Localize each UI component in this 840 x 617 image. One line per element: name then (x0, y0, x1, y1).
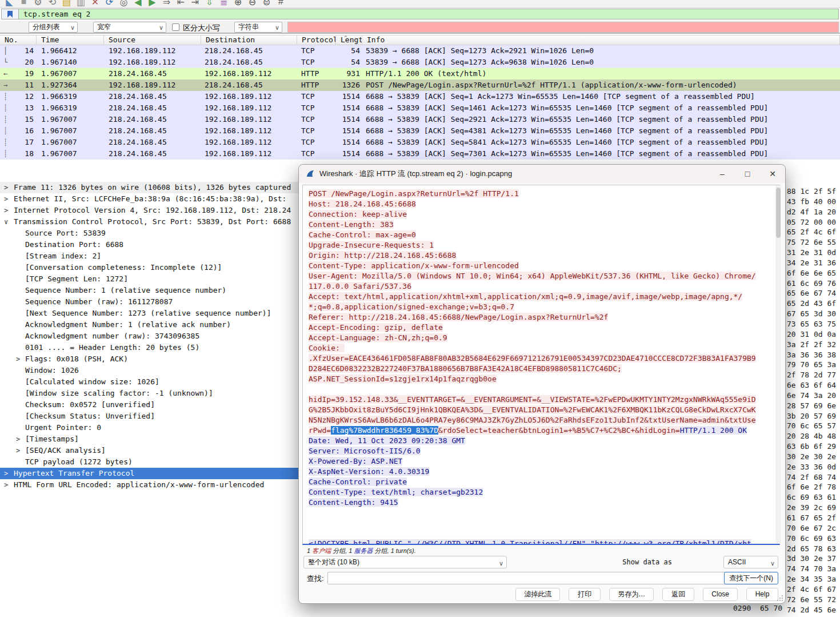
find-type-select[interactable]: 字符串 ∨ (234, 22, 282, 33)
detail-text: 0101 .... = Header Length: 20 bytes (5) (25, 343, 199, 352)
maximize-button[interactable]: □ (735, 165, 760, 182)
cell-src: 192.168.189.112 (104, 57, 201, 68)
hex-line: 28 57 69 6e (787, 401, 840, 411)
expander-closed-icon[interactable]: > (4, 479, 8, 491)
detail-text: Urgent Pointer: 0 (25, 423, 101, 432)
resize-grip[interactable] (777, 595, 783, 601)
cell-len: 1326 (336, 79, 362, 91)
close-icon[interactable]: ✕ (760, 165, 785, 182)
column-header-destination[interactable]: Destination (201, 35, 297, 45)
stop-capture-icon[interactable]: ■ (17, 0, 31, 7)
first-packet-icon[interactable]: ⇤ (174, 0, 188, 7)
packet-row-18[interactable]: 181.967007218.24.168.45192.168.189.112TC… (0, 148, 840, 160)
request-text: Connection: keep-alive (309, 210, 407, 218)
conversation-select[interactable]: 整个对话 (10 kB) ∨ (303, 556, 507, 568)
hex-line: 2e 39 2c 69 (787, 503, 840, 513)
restart-capture-icon[interactable]: ⟲ (45, 0, 59, 7)
hex-line: 05 72 00 00 (787, 217, 840, 228)
expander-closed-icon[interactable]: > (16, 433, 20, 445)
capture-options-icon[interactable]: ⚙ (31, 0, 45, 7)
reload-icon[interactable]: ⟳ (102, 0, 117, 7)
find-scope-select[interactable]: 分组列表 ∨ (29, 22, 78, 33)
cell-dst: 192.168.189.112 (201, 114, 297, 125)
go-to-packet-icon[interactable]: ⇒ (159, 0, 174, 7)
find-next-button[interactable]: 查找下一个(N) (724, 572, 778, 584)
last-packet-icon[interactable]: ⇥ (188, 0, 202, 7)
case-sensitive-checkbox[interactable] (172, 23, 179, 31)
display-filter-input[interactable]: tcp.stream eq 2 (19, 9, 838, 19)
stream-line (309, 528, 779, 539)
autoscroll-icon[interactable]: ⇩ (202, 0, 217, 7)
minimize-button[interactable]: – (710, 165, 735, 182)
save-as-button[interactable]: 另存为… (609, 588, 654, 601)
packet-row-12[interactable]: 121.966319218.24.168.45192.168.189.112TC… (0, 91, 840, 102)
packet-row-17[interactable]: 171.967007218.24.168.45192.168.189.112TC… (0, 137, 840, 148)
request-text: &rdoSelect=teacher&btnLogin1=+%B5%C7+%C2… (438, 426, 680, 435)
stream-line: Content-Length: 383 (309, 220, 779, 230)
column-header-source[interactable]: Source (104, 35, 201, 45)
dialog-find-label: 查找: (307, 574, 324, 584)
close-capture-icon[interactable]: ✕ (88, 0, 102, 7)
show-data-as-select[interactable]: ASCII ∨ (723, 556, 778, 568)
packet-row-13[interactable]: 131.966319218.24.168.45192.168.189.112TC… (0, 102, 840, 114)
go-back-icon[interactable]: ◀ (131, 0, 145, 7)
cell-info: 53839 → 6688 [ACK] Seq=1273 Ack=2921 Win… (362, 45, 840, 57)
resize-columns-icon[interactable]: # (274, 0, 288, 7)
close-button[interactable]: Close (703, 588, 738, 601)
find-width-select[interactable]: 宽窄 ∨ (93, 22, 166, 33)
zoom-in-icon[interactable]: ⊕ (231, 0, 245, 7)
expander-closed-icon[interactable]: > (4, 182, 8, 193)
help-button[interactable]: Help (746, 588, 778, 601)
find-input[interactable] (287, 22, 839, 33)
conversation-row: 整个对话 (10 kB) ∨ Show data as ASCII ∨ (303, 556, 778, 568)
packet-row-11[interactable]: 111.927364192.168.189.112218.24.168.45HT… (0, 79, 840, 91)
column-header-length[interactable]: ^Length (336, 35, 362, 45)
expander-open-icon[interactable]: ∨ (4, 216, 8, 228)
cell-pro: TCP (297, 91, 336, 102)
cell-info: 6688 → 53839 [ACK] Seq=7301 Ack=1273 Win… (362, 148, 840, 160)
packet-row-14[interactable]: 141.966412192.168.189.112218.24.168.45TC… (0, 45, 840, 57)
expander-closed-icon[interactable]: > (16, 353, 20, 365)
save-file-icon[interactable]: ▥ (74, 0, 88, 7)
filter-bookmark-button[interactable] (2, 9, 19, 19)
wireshark-fin-icon[interactable]: ◣ (2, 0, 17, 7)
filter-out-stream-button[interactable]: 滤掉此流 (515, 588, 560, 601)
expander-closed-icon[interactable]: > (4, 205, 8, 216)
packet-row-19[interactable]: 191.967007218.24.168.45192.168.189.112HT… (0, 68, 840, 79)
packet-row-16[interactable]: 161.967007218.24.168.45192.168.189.112TC… (0, 125, 840, 137)
colorize-icon[interactable]: ≣ (217, 0, 231, 7)
column-header-info[interactable]: Info (362, 35, 840, 45)
column-header-no[interactable]: No. (0, 35, 37, 45)
column-header-label: Protocol (302, 35, 336, 44)
detail-text: Checksum: 0x0572 [unverified] (25, 400, 155, 409)
stream-content-area[interactable]: POST /NewPage/Login.aspx?ReturnUrl=%2f H… (302, 185, 780, 545)
column-header-time[interactable]: Time (37, 35, 104, 45)
find-packet-icon[interactable]: ◎ (117, 0, 131, 7)
column-header-label: Time (41, 35, 59, 44)
hex-line: 2e 33 36 0d (787, 462, 840, 472)
packet-row-15[interactable]: 151.967007218.24.168.45192.168.189.112TC… (0, 114, 840, 125)
zoom-100-icon[interactable]: ⊜ (259, 0, 274, 7)
expander-closed-icon[interactable]: > (4, 193, 8, 205)
show-data-as-label: Show data as (622, 558, 672, 566)
back-button[interactable]: 返回 (662, 588, 694, 601)
stream-scrollbar[interactable] (775, 185, 781, 544)
hex-line: 6e 74 3a 20 (787, 391, 840, 401)
stream-line: Content-Length: 9415 (309, 497, 779, 508)
open-file-icon[interactable]: ▤ (59, 0, 74, 7)
expander-closed-icon[interactable]: > (4, 468, 8, 479)
request-text: G%2B5JKbbOxit8zBuY5d6CI9jHnk1QBKQEA%3D&_… (309, 405, 756, 414)
request-text: .XfzUser=EACE436461FD058FAB8F80AB32B5684… (309, 354, 756, 363)
dialog-find-input[interactable] (327, 572, 729, 584)
stream-line: User-Agent: Mozilla/5.0 (Windows NT 10.0… (309, 271, 779, 281)
column-header-protocol[interactable]: Protocol (297, 35, 336, 45)
print-button[interactable]: 打印 (569, 588, 601, 601)
scrollbar-thumb[interactable] (776, 188, 781, 238)
go-forward-icon[interactable]: ▶ (145, 0, 159, 7)
packet-row-20[interactable]: 201.967140192.168.189.112218.24.168.45TC… (0, 57, 840, 68)
expander-closed-icon[interactable]: > (16, 445, 20, 456)
stream-line: Accept: text/html,application/xhtml+xml,… (309, 292, 779, 302)
packet-bytes-pane[interactable]: 88 1c 2f 5f43 fb 40 00d2 4f 1a 2005 72 0… (787, 186, 840, 617)
cell-info: HTTP/1.1 200 OK (text/html) (362, 68, 840, 79)
zoom-out-icon[interactable]: ⊖ (245, 0, 259, 7)
